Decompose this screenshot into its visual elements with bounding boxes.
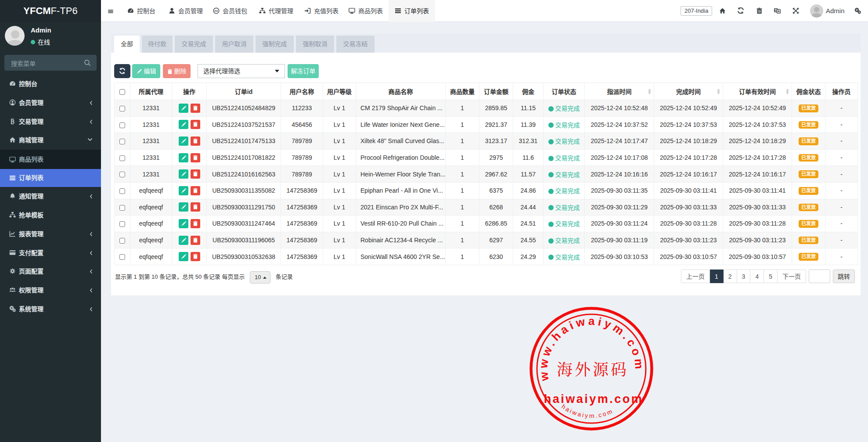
svg-text:海外源码: 海外源码 xyxy=(557,361,629,379)
svg-text:A: A xyxy=(778,9,780,13)
svg-text:B: B xyxy=(11,118,14,125)
svg-text:haiwaiym.com: haiwaiym.com xyxy=(544,392,644,406)
svg-text:cc: cc xyxy=(214,9,218,13)
